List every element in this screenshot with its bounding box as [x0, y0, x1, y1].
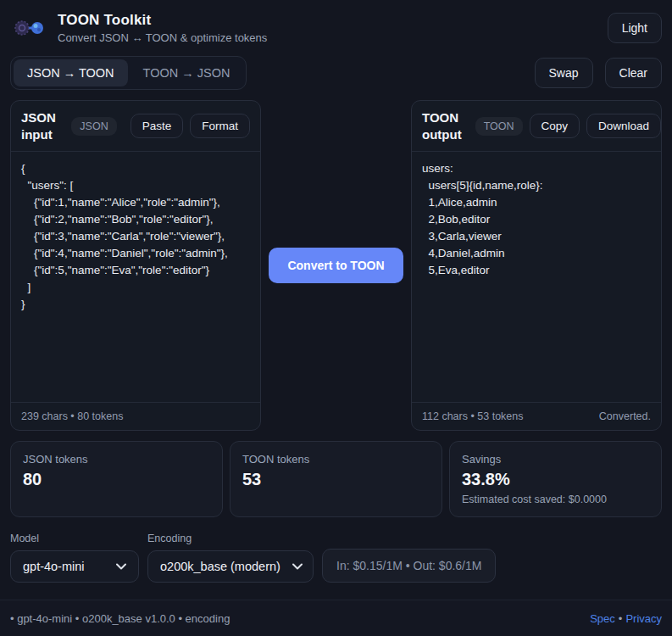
toon-tokens-label: TOON tokens — [242, 453, 430, 466]
encoding-select[interactable]: o200k_base (modern) — [147, 550, 314, 583]
toon-format-badge: TOON — [475, 117, 523, 136]
tab-toon-to-json[interactable]: TOON → JSON — [130, 59, 244, 86]
copy-button[interactable]: Copy — [530, 114, 580, 138]
toon-output-footer: 112 chars • 53 tokens Converted. — [412, 402, 661, 430]
converter-main: JSON input JSON Paste Format { "users": … — [10, 100, 662, 431]
cost-saved-text: Estimated cost saved: $0.0000 — [462, 494, 649, 505]
model-select-value: gpt-4o-mini — [23, 560, 85, 573]
json-input-panel-header: JSON input JSON Paste Format — [11, 101, 260, 152]
toon-output-panel: TOON output TOON Copy Download users: us… — [411, 100, 662, 431]
savings-label: Savings — [462, 453, 649, 466]
pricing-info: In: $0.15/1M • Out: $0.6/1M — [322, 549, 496, 583]
chevron-down-icon — [116, 563, 126, 570]
toon-output-title: TOON output — [422, 109, 462, 142]
swap-button[interactable]: Swap — [535, 58, 593, 88]
model-label: Model — [10, 533, 139, 544]
json-tokens-label: JSON tokens — [23, 453, 210, 466]
json-tokens-card: JSON tokens 80 — [10, 441, 223, 517]
format-button[interactable]: Format — [190, 114, 250, 138]
json-tokens-value: 80 — [23, 470, 210, 489]
conversion-status: Converted. — [599, 410, 651, 422]
toon-tokens-value: 53 — [242, 470, 430, 489]
direction-tab-group: JSON → TOON TOON → JSON — [10, 56, 247, 90]
theme-toggle-button[interactable]: Light — [608, 13, 662, 43]
clear-button[interactable]: Clear — [605, 58, 662, 88]
toon-tokens-card: TOON tokens 53 — [230, 441, 442, 517]
toon-output-panel-header: TOON output TOON Copy Download — [412, 101, 661, 152]
savings-card: Savings 33.8% Estimated cost saved: $0.0… — [449, 441, 662, 517]
json-input-footer: 239 chars • 80 tokens — [11, 402, 260, 430]
toon-output-text[interactable]: users: users[5]{id,name,role}: 1,Alice,a… — [412, 152, 661, 402]
privacy-link[interactable]: Privacy — [625, 612, 662, 625]
model-select[interactable]: gpt-4o-mini — [10, 550, 139, 583]
spec-link[interactable]: Spec — [590, 612, 615, 625]
controls-row: Model gpt-4o-mini Encoding o200k_base (m… — [10, 533, 662, 583]
app-header: TOON Toolkit Convert JSON ↔ TOON & optim… — [10, 12, 662, 44]
tab-json-to-toon[interactable]: JSON → TOON — [14, 59, 128, 86]
footer-links: Spec•Privacy — [590, 612, 662, 625]
app-logo-icon — [10, 14, 47, 42]
toolbar: JSON → TOON TOON → JSON Swap Clear — [10, 56, 662, 90]
page-subtitle: Convert JSON ↔ TOON & optimize tokens — [58, 31, 267, 44]
toon-output-stats: 112 chars • 53 tokens — [422, 410, 524, 422]
convert-button[interactable]: Convert to TOON — [269, 248, 403, 283]
json-format-badge: JSON — [71, 117, 116, 136]
savings-value: 33.8% — [462, 470, 649, 489]
footer-meta-text: • gpt-4o-mini • o200k_base v1.0.0 • enco… — [10, 612, 230, 625]
stats-row: JSON tokens 80 TOON tokens 53 Savings 33… — [10, 441, 662, 517]
json-input-textarea[interactable]: { "users": [ {"id":1,"name":"Alice","rol… — [11, 152, 260, 402]
footer-link-separator: • — [619, 612, 623, 625]
json-input-title: JSON input — [21, 109, 64, 142]
page-title: TOON Toolkit — [58, 12, 267, 29]
encoding-select-value: o200k_base (modern) — [160, 560, 280, 573]
paste-button[interactable]: Paste — [131, 114, 184, 138]
encoding-label: Encoding — [147, 533, 314, 544]
chevron-down-icon — [292, 563, 303, 570]
json-input-stats: 239 chars • 80 tokens — [21, 410, 123, 422]
json-input-panel: JSON input JSON Paste Format { "users": … — [10, 100, 261, 431]
page-footer: • gpt-4o-mini • o200k_base v1.0.0 • enco… — [0, 600, 672, 636]
download-button[interactable]: Download — [586, 114, 661, 138]
